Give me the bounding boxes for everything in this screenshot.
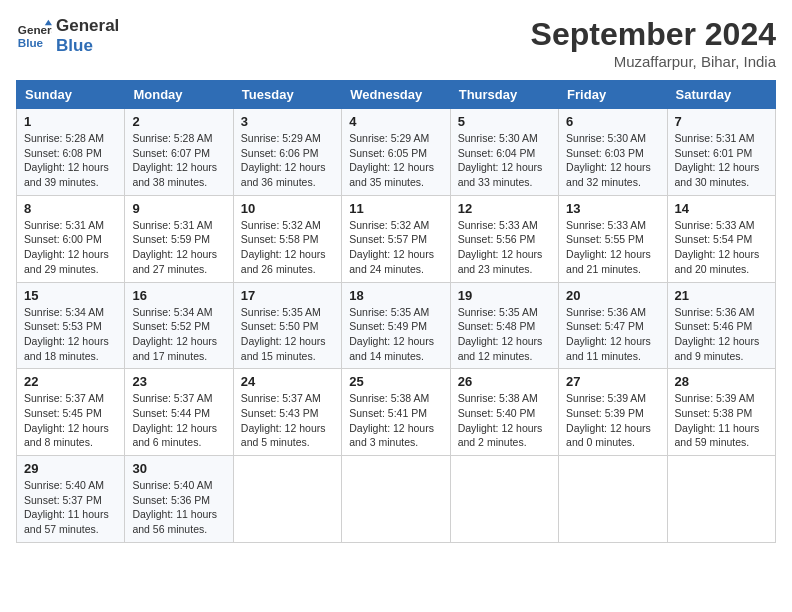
column-header-row: SundayMondayTuesdayWednesdayThursdayFrid…	[17, 81, 776, 109]
day-number: 12	[458, 201, 551, 216]
calendar-cell: 28Sunrise: 5:39 AMSunset: 5:38 PMDayligh…	[667, 369, 775, 456]
calendar-cell: 29Sunrise: 5:40 AMSunset: 5:37 PMDayligh…	[17, 456, 125, 543]
day-number: 16	[132, 288, 225, 303]
column-header-tuesday: Tuesday	[233, 81, 341, 109]
day-number: 24	[241, 374, 334, 389]
day-number: 15	[24, 288, 117, 303]
day-detail: Sunrise: 5:35 AMSunset: 5:48 PMDaylight:…	[458, 305, 551, 364]
day-detail: Sunrise: 5:32 AMSunset: 5:57 PMDaylight:…	[349, 218, 442, 277]
day-number: 1	[24, 114, 117, 129]
day-detail: Sunrise: 5:39 AMSunset: 5:39 PMDaylight:…	[566, 391, 659, 450]
calendar-cell: 10Sunrise: 5:32 AMSunset: 5:58 PMDayligh…	[233, 195, 341, 282]
calendar-cell: 18Sunrise: 5:35 AMSunset: 5:49 PMDayligh…	[342, 282, 450, 369]
day-detail: Sunrise: 5:36 AMSunset: 5:47 PMDaylight:…	[566, 305, 659, 364]
calendar-cell: 14Sunrise: 5:33 AMSunset: 5:54 PMDayligh…	[667, 195, 775, 282]
day-detail: Sunrise: 5:29 AMSunset: 6:06 PMDaylight:…	[241, 131, 334, 190]
day-number: 9	[132, 201, 225, 216]
day-detail: Sunrise: 5:31 AMSunset: 5:59 PMDaylight:…	[132, 218, 225, 277]
logo-icon: General Blue	[16, 18, 52, 54]
calendar-cell: 6Sunrise: 5:30 AMSunset: 6:03 PMDaylight…	[559, 109, 667, 196]
calendar-cell: 23Sunrise: 5:37 AMSunset: 5:44 PMDayligh…	[125, 369, 233, 456]
day-detail: Sunrise: 5:40 AMSunset: 5:36 PMDaylight:…	[132, 478, 225, 537]
day-detail: Sunrise: 5:29 AMSunset: 6:05 PMDaylight:…	[349, 131, 442, 190]
day-detail: Sunrise: 5:35 AMSunset: 5:50 PMDaylight:…	[241, 305, 334, 364]
day-detail: Sunrise: 5:39 AMSunset: 5:38 PMDaylight:…	[675, 391, 768, 450]
calendar-cell: 27Sunrise: 5:39 AMSunset: 5:39 PMDayligh…	[559, 369, 667, 456]
calendar-cell: 7Sunrise: 5:31 AMSunset: 6:01 PMDaylight…	[667, 109, 775, 196]
day-number: 18	[349, 288, 442, 303]
calendar-table: SundayMondayTuesdayWednesdayThursdayFrid…	[16, 80, 776, 543]
day-number: 13	[566, 201, 659, 216]
day-detail: Sunrise: 5:35 AMSunset: 5:49 PMDaylight:…	[349, 305, 442, 364]
week-row-1: 1Sunrise: 5:28 AMSunset: 6:08 PMDaylight…	[17, 109, 776, 196]
day-number: 7	[675, 114, 768, 129]
svg-text:Blue: Blue	[18, 35, 44, 48]
month-title: September 2024	[531, 16, 776, 53]
logo-general: General	[56, 16, 119, 36]
calendar-cell	[667, 456, 775, 543]
day-detail: Sunrise: 5:38 AMSunset: 5:41 PMDaylight:…	[349, 391, 442, 450]
day-number: 29	[24, 461, 117, 476]
day-number: 23	[132, 374, 225, 389]
day-detail: Sunrise: 5:32 AMSunset: 5:58 PMDaylight:…	[241, 218, 334, 277]
column-header-monday: Monday	[125, 81, 233, 109]
column-header-thursday: Thursday	[450, 81, 558, 109]
calendar-cell	[450, 456, 558, 543]
column-header-friday: Friday	[559, 81, 667, 109]
day-number: 11	[349, 201, 442, 216]
calendar-cell: 19Sunrise: 5:35 AMSunset: 5:48 PMDayligh…	[450, 282, 558, 369]
calendar-cell	[233, 456, 341, 543]
calendar-cell: 13Sunrise: 5:33 AMSunset: 5:55 PMDayligh…	[559, 195, 667, 282]
calendar-cell: 20Sunrise: 5:36 AMSunset: 5:47 PMDayligh…	[559, 282, 667, 369]
calendar-cell: 25Sunrise: 5:38 AMSunset: 5:41 PMDayligh…	[342, 369, 450, 456]
page-header: General Blue General Blue September 2024…	[16, 16, 776, 70]
day-detail: Sunrise: 5:34 AMSunset: 5:53 PMDaylight:…	[24, 305, 117, 364]
day-detail: Sunrise: 5:40 AMSunset: 5:37 PMDaylight:…	[24, 478, 117, 537]
location-subtitle: Muzaffarpur, Bihar, India	[531, 53, 776, 70]
day-number: 14	[675, 201, 768, 216]
day-number: 27	[566, 374, 659, 389]
calendar-cell: 9Sunrise: 5:31 AMSunset: 5:59 PMDaylight…	[125, 195, 233, 282]
day-number: 5	[458, 114, 551, 129]
calendar-cell: 12Sunrise: 5:33 AMSunset: 5:56 PMDayligh…	[450, 195, 558, 282]
calendar-cell: 26Sunrise: 5:38 AMSunset: 5:40 PMDayligh…	[450, 369, 558, 456]
day-detail: Sunrise: 5:37 AMSunset: 5:45 PMDaylight:…	[24, 391, 117, 450]
calendar-cell: 8Sunrise: 5:31 AMSunset: 6:00 PMDaylight…	[17, 195, 125, 282]
day-detail: Sunrise: 5:38 AMSunset: 5:40 PMDaylight:…	[458, 391, 551, 450]
day-number: 10	[241, 201, 334, 216]
week-row-5: 29Sunrise: 5:40 AMSunset: 5:37 PMDayligh…	[17, 456, 776, 543]
day-number: 30	[132, 461, 225, 476]
day-detail: Sunrise: 5:28 AMSunset: 6:08 PMDaylight:…	[24, 131, 117, 190]
column-header-saturday: Saturday	[667, 81, 775, 109]
calendar-cell: 17Sunrise: 5:35 AMSunset: 5:50 PMDayligh…	[233, 282, 341, 369]
day-number: 6	[566, 114, 659, 129]
day-detail: Sunrise: 5:31 AMSunset: 6:00 PMDaylight:…	[24, 218, 117, 277]
calendar-cell: 11Sunrise: 5:32 AMSunset: 5:57 PMDayligh…	[342, 195, 450, 282]
calendar-cell: 22Sunrise: 5:37 AMSunset: 5:45 PMDayligh…	[17, 369, 125, 456]
calendar-cell: 5Sunrise: 5:30 AMSunset: 6:04 PMDaylight…	[450, 109, 558, 196]
calendar-cell: 1Sunrise: 5:28 AMSunset: 6:08 PMDaylight…	[17, 109, 125, 196]
day-detail: Sunrise: 5:30 AMSunset: 6:04 PMDaylight:…	[458, 131, 551, 190]
day-detail: Sunrise: 5:28 AMSunset: 6:07 PMDaylight:…	[132, 131, 225, 190]
column-header-wednesday: Wednesday	[342, 81, 450, 109]
calendar-cell: 3Sunrise: 5:29 AMSunset: 6:06 PMDaylight…	[233, 109, 341, 196]
day-number: 20	[566, 288, 659, 303]
calendar-cell: 16Sunrise: 5:34 AMSunset: 5:52 PMDayligh…	[125, 282, 233, 369]
calendar-cell	[342, 456, 450, 543]
logo: General Blue General Blue	[16, 16, 119, 55]
column-header-sunday: Sunday	[17, 81, 125, 109]
day-detail: Sunrise: 5:30 AMSunset: 6:03 PMDaylight:…	[566, 131, 659, 190]
calendar-cell: 21Sunrise: 5:36 AMSunset: 5:46 PMDayligh…	[667, 282, 775, 369]
week-row-3: 15Sunrise: 5:34 AMSunset: 5:53 PMDayligh…	[17, 282, 776, 369]
day-detail: Sunrise: 5:33 AMSunset: 5:56 PMDaylight:…	[458, 218, 551, 277]
day-detail: Sunrise: 5:34 AMSunset: 5:52 PMDaylight:…	[132, 305, 225, 364]
day-detail: Sunrise: 5:31 AMSunset: 6:01 PMDaylight:…	[675, 131, 768, 190]
day-detail: Sunrise: 5:37 AMSunset: 5:43 PMDaylight:…	[241, 391, 334, 450]
day-number: 28	[675, 374, 768, 389]
week-row-4: 22Sunrise: 5:37 AMSunset: 5:45 PMDayligh…	[17, 369, 776, 456]
day-number: 17	[241, 288, 334, 303]
day-detail: Sunrise: 5:36 AMSunset: 5:46 PMDaylight:…	[675, 305, 768, 364]
title-block: September 2024 Muzaffarpur, Bihar, India	[531, 16, 776, 70]
week-row-2: 8Sunrise: 5:31 AMSunset: 6:00 PMDaylight…	[17, 195, 776, 282]
day-detail: Sunrise: 5:33 AMSunset: 5:55 PMDaylight:…	[566, 218, 659, 277]
